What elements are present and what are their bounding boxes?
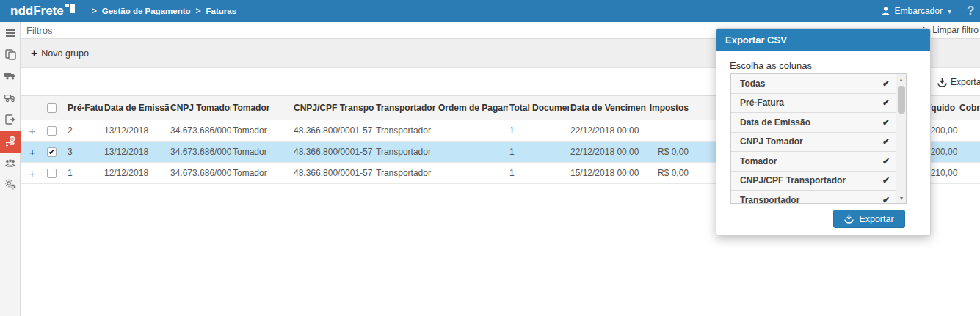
sidebar-item-truck[interactable] xyxy=(0,65,21,87)
chevron-down-icon: ▾ xyxy=(948,7,951,15)
header-transportador[interactable]: Transportador xyxy=(374,96,437,120)
option-cnpj-tomador[interactable]: CNPJ Tomador✔ xyxy=(731,133,897,153)
expand-row-icon[interactable]: + xyxy=(21,120,46,142)
users-icon xyxy=(4,158,16,168)
new-group-button[interactable]: + Novo grupo xyxy=(31,48,89,59)
cell-total-docs: 1 xyxy=(508,142,569,163)
menu-icon xyxy=(6,29,15,31)
cell-cobranca xyxy=(958,142,980,163)
cell-cnpj-transportador: 48.366.800/0001-57 xyxy=(292,120,374,142)
help-icon: ? xyxy=(967,4,974,18)
cell-impostos: R$ 0,00 xyxy=(646,142,692,163)
cell-tomador: Tomador xyxy=(231,142,292,163)
filters-title: Filtros xyxy=(26,25,52,36)
breadcrumb: > Gestão de Pagamento > Faturas xyxy=(87,6,236,16)
new-group-label: Novo grupo xyxy=(41,48,89,59)
cell-pre-fatura: 2 xyxy=(66,120,103,142)
chevron-right-icon: > xyxy=(92,6,97,16)
plus-icon: + xyxy=(31,49,37,58)
option-data-emissao[interactable]: Data de Emissão✔ xyxy=(731,113,897,133)
cell-transportador: Transportador xyxy=(374,163,437,184)
sidebar-item-truck-delivery[interactable] xyxy=(0,87,21,109)
check-icon: ✔ xyxy=(882,156,890,166)
header-select-all xyxy=(46,96,66,120)
row-checkbox-checked[interactable]: ✔ xyxy=(47,147,57,157)
cell-emissao: 13/12/2018 xyxy=(103,120,169,142)
expand-row-icon[interactable]: + xyxy=(21,142,46,163)
logo-text: nddFrete xyxy=(10,1,64,21)
app-window: nddFrete > Gestão de Pagamento > Faturas… xyxy=(0,0,980,316)
breadcrumb-gestao-pagamento[interactable]: Gestão de Pagamento xyxy=(102,7,191,15)
cell-cnpj-tomador: 34.673.686/0001-01 xyxy=(169,120,231,142)
header-impostos[interactable]: Impostos xyxy=(646,96,692,120)
cell-vencimento: 22/12/2018 00:00 xyxy=(569,120,646,142)
header-ordem-pagamento[interactable]: Ordem de Pagamento xyxy=(437,96,508,120)
cell-cnpj-tomador: 34.673.686/0001-01 xyxy=(169,142,231,163)
header-cobranca[interactable]: Cobra xyxy=(958,96,980,120)
export-icon xyxy=(5,114,15,125)
topbar-right: Embarcador ▾ ? xyxy=(871,0,980,22)
select-all-checkbox[interactable] xyxy=(47,103,57,113)
cell-cobranca xyxy=(958,163,980,184)
sidebar-item-users[interactable] xyxy=(0,153,21,174)
modal-footer: Exportar xyxy=(833,210,905,228)
export-button[interactable]: Exportar xyxy=(833,210,905,228)
export-button-label: Exportar xyxy=(859,214,893,224)
cell-pre-fatura: 3 xyxy=(66,142,103,163)
header-cnpj-transportador[interactable]: CNPJ/CPF Transportador xyxy=(292,96,374,120)
option-todas[interactable]: Todas✔ xyxy=(731,74,897,94)
user-menu-button[interactable]: Embarcador ▾ xyxy=(871,0,962,22)
listbox-scrollbar[interactable]: ▲ ▼ xyxy=(896,74,906,203)
breadcrumb-faturas[interactable]: Faturas xyxy=(206,7,237,15)
cell-tomador: Tomador xyxy=(231,120,292,142)
topbar: nddFrete > Gestão de Pagamento > Faturas… xyxy=(0,0,980,22)
header-data-vencimento[interactable]: Data de Vencimento xyxy=(569,96,646,120)
header-total-documentos[interactable]: Total Documentos xyxy=(508,96,569,120)
option-transportador[interactable]: Transportador✔ xyxy=(731,191,897,204)
cell-vencimento: 15/12/2018 00:00 xyxy=(569,163,646,184)
column-options: Todas✔ Pré-Fatura✔ Data de Emissão✔ CNPJ… xyxy=(731,74,897,204)
sidebar-item-documents[interactable] xyxy=(0,44,21,66)
row-select-cell xyxy=(46,163,66,184)
svg-text:$: $ xyxy=(10,137,12,142)
header-tomador[interactable]: Tomador xyxy=(231,96,292,120)
sidebar-item-export[interactable] xyxy=(0,109,21,131)
logo-mark-icon xyxy=(65,4,75,13)
expand-row-icon[interactable]: + xyxy=(21,163,46,184)
sidebar-item-menu[interactable] xyxy=(0,22,21,44)
scroll-down-button[interactable]: ▼ xyxy=(896,193,907,203)
cell-cnpj-transportador: 48.366.800/0001-57 xyxy=(292,142,374,163)
cell-total-docs: 1 xyxy=(508,120,569,142)
cell-tomador: Tomador xyxy=(231,163,292,184)
user-menu-label: Embarcador xyxy=(895,6,943,16)
row-checkbox[interactable] xyxy=(47,126,57,136)
app-logo[interactable]: nddFrete xyxy=(10,1,75,21)
help-button[interactable]: ? xyxy=(962,0,980,22)
header-cnpj-tomador[interactable]: CNPJ Tomador xyxy=(169,96,231,120)
option-pre-fatura[interactable]: Pré-Fatura✔ xyxy=(731,94,897,114)
header-pre-fatura[interactable]: Pré-Fatura xyxy=(66,96,103,120)
check-icon: ✔ xyxy=(48,148,55,156)
option-cnpj-transportador[interactable]: CNPJ/CPF Transportador✔ xyxy=(731,172,897,191)
sidebar-item-payments[interactable]: $ xyxy=(0,131,21,153)
cell-impostos: R$ 0,00 xyxy=(646,163,692,184)
scroll-up-button[interactable]: ▲ xyxy=(896,74,906,84)
scrollbar-thumb[interactable] xyxy=(898,86,905,114)
download-icon xyxy=(844,214,854,224)
clear-filter-label: Limpar filtro xyxy=(932,25,979,35)
option-tomador[interactable]: Tomador✔ xyxy=(731,152,897,172)
cell-transportador: Transportador xyxy=(374,120,437,142)
export-csv-link[interactable]: Exportar CSV xyxy=(937,77,980,87)
sidebar-item-settings[interactable] xyxy=(0,174,21,196)
hand-coin-icon: $ xyxy=(5,136,16,147)
header-data-emissao[interactable]: Data de Emissão↓ xyxy=(103,96,169,120)
sidebar: $ xyxy=(0,22,21,316)
cell-pre-fatura: 1 xyxy=(66,163,103,184)
export-csv-modal: Exportar CSV Escolha as colunas Todas✔ P… xyxy=(716,28,931,236)
cell-ordem xyxy=(437,163,508,184)
cell-emissao: 13/12/2018 xyxy=(103,142,169,163)
cell-ordem xyxy=(437,120,508,142)
row-select-cell: ✔ xyxy=(46,142,66,163)
chevron-right-icon: > xyxy=(196,6,201,16)
row-checkbox[interactable] xyxy=(47,169,57,178)
